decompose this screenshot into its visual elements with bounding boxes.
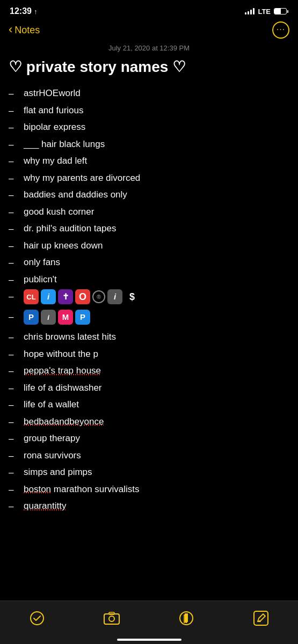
- m-icon: M: [58, 310, 73, 325]
- edit-button[interactable]: [250, 608, 272, 629]
- app-icons-row: CL i ✝ O ® i $: [24, 289, 140, 304]
- toolbar: [0, 601, 298, 644]
- list-item: – rona survivors: [9, 449, 289, 463]
- dash: –: [9, 364, 20, 378]
- list-item: – hope without the p: [9, 347, 289, 362]
- camera-button[interactable]: [101, 608, 122, 629]
- p-blue-icon: P: [24, 310, 39, 325]
- dash: –: [9, 256, 20, 270]
- item-text: group therapy: [24, 431, 80, 445]
- more-dots-icon: ···: [277, 25, 285, 34]
- list-item: – why my dad left: [9, 154, 289, 169]
- dash: –: [9, 449, 20, 463]
- item-text: simps and pimps: [24, 465, 92, 479]
- status-right: LTE: [245, 8, 288, 16]
- p2-icon: P: [75, 310, 90, 325]
- list-item: – ___ hair black lungs: [9, 137, 289, 152]
- svg-point-0: [31, 612, 43, 625]
- status-time: 12:39 ↑: [10, 6, 37, 16]
- marker-button[interactable]: [176, 608, 197, 629]
- svg-point-2: [109, 616, 114, 621]
- more-button[interactable]: ···: [272, 21, 289, 39]
- note-content: ♡ private story names ♡ – astrHOEworld –…: [0, 57, 298, 581]
- dash: –: [9, 104, 20, 118]
- svg-rect-1: [104, 614, 119, 624]
- item-text: why my dad left: [24, 154, 87, 168]
- list-item: – simps and pimps: [9, 465, 289, 480]
- item-text: bipolar express: [24, 120, 85, 134]
- location-arrow-icon: ↑: [34, 8, 38, 16]
- back-button[interactable]: ‹ Notes: [9, 25, 40, 36]
- dash: –: [9, 500, 20, 514]
- list-item: – boston marathon survivalists: [9, 482, 289, 497]
- list-item: – bedbadandbeyonce: [9, 415, 289, 429]
- list-item: – quarantitty: [9, 499, 289, 514]
- dash: –: [9, 331, 20, 345]
- i-small-icon: i: [41, 310, 56, 325]
- list-item: – good kush corner: [9, 205, 289, 219]
- dash: –: [9, 382, 20, 396]
- item-text: hair up knees down: [24, 239, 103, 253]
- item-text: rona survivors: [24, 449, 81, 463]
- i-gray-icon: i: [107, 289, 122, 304]
- info-i-icon: i: [41, 289, 56, 304]
- item-text: baddies and daddies only: [24, 188, 127, 202]
- item-text: hope without the p: [24, 347, 98, 361]
- list-item: – flat and furious: [9, 104, 289, 118]
- registered-icon: ®: [92, 290, 105, 303]
- dash: –: [9, 415, 20, 429]
- item-text: publicn't: [24, 273, 57, 287]
- dash: –: [9, 398, 20, 412]
- battery-icon: [274, 8, 288, 14]
- list-item: – publicn't: [9, 273, 289, 287]
- list-item: – dr. phil's audition tapes: [9, 222, 289, 236]
- note-date: July 21, 2020 at 12:39 PM: [0, 43, 298, 57]
- lte-label: LTE: [258, 8, 271, 16]
- check-circle-button[interactable]: [26, 608, 48, 629]
- list-item: – baddies and daddies only: [9, 188, 289, 202]
- dash: –: [9, 239, 20, 253]
- list-item: – chris browns latest hits: [9, 330, 289, 345]
- item-text: flat and furious: [24, 104, 84, 118]
- dash: –: [9, 155, 20, 169]
- status-bar: 12:39 ↑ LTE: [0, 0, 298, 19]
- dash: –: [9, 206, 20, 219]
- item-text: good kush corner: [24, 205, 94, 219]
- clock: 12:39: [10, 6, 32, 16]
- back-label: Notes: [14, 25, 40, 36]
- home-indicator: [117, 639, 181, 641]
- item-text: life of a wallet: [24, 398, 79, 412]
- list-item: – group therapy: [9, 431, 289, 446]
- dash: –: [9, 138, 20, 152]
- item-text: ___ hair black lungs: [24, 137, 105, 151]
- item-text: life of a dishwasher: [24, 381, 102, 395]
- item-text: only fans: [24, 255, 60, 269]
- dash: –: [9, 188, 20, 202]
- partial-underline: boston: [24, 484, 51, 494]
- o-icon: O: [75, 289, 90, 304]
- list-item: – bipolar express: [9, 120, 289, 135]
- list-item-icons: – CL i ✝ O ® i $: [9, 289, 289, 307]
- list-item: – only fans: [9, 255, 289, 270]
- dash: –: [9, 222, 20, 236]
- dash: –: [9, 87, 20, 101]
- cl-icon: CL: [24, 289, 39, 304]
- item-text: astrHOEworld: [24, 86, 81, 100]
- item-text: boston marathon survivalists: [24, 482, 139, 496]
- list-item: – why my parents are divorced: [9, 171, 289, 186]
- item-text: why my parents are divorced: [24, 171, 140, 185]
- item-text: chris browns latest hits: [24, 330, 116, 344]
- dash: –: [9, 466, 20, 480]
- nav-bar: ‹ Notes ···: [0, 19, 298, 43]
- list-item-pimp: – P i M P: [9, 310, 289, 327]
- item-text: bedbadandbeyonce: [24, 415, 104, 429]
- cross-icon: ✝: [58, 289, 73, 304]
- dash: –: [9, 172, 20, 186]
- item-text: peppa's trap house: [24, 364, 101, 378]
- dash: –: [9, 290, 20, 304]
- chevron-left-icon: ‹: [9, 24, 12, 35]
- dash: –: [9, 348, 20, 362]
- pimp-icons-row: P i M P: [24, 310, 90, 325]
- list-item: – astrHOEworld: [9, 86, 289, 101]
- note-title: ♡ private story names ♡: [9, 57, 289, 77]
